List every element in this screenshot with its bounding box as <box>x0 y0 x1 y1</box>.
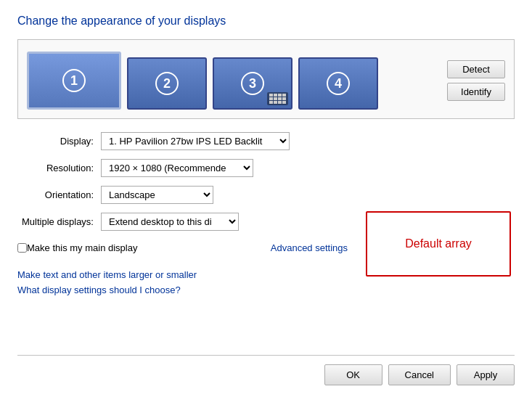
monitor-3[interactable]: 3 <box>213 57 292 110</box>
monitors-row: 1 2 3 4 <box>27 52 438 110</box>
resolution-label: Resolution: <box>17 163 101 173</box>
multiple-displays-label: Multiple displays: <box>17 216 101 227</box>
monitor-section: 1 2 3 4 Detect Identify <box>17 39 515 119</box>
resolution-select[interactable]: 1920 × 1080 (Recommended) 1680 × 1050 12… <box>101 159 253 177</box>
form-right: Default array <box>362 132 515 355</box>
display-settings-link[interactable]: What display settings should I choose? <box>17 285 348 295</box>
monitor-1-number: 1 <box>62 69 86 92</box>
page-title: Change the appearance of your displays <box>17 15 515 28</box>
detect-button[interactable]: Detect <box>447 60 505 78</box>
main-window: Change the appearance of your displays 1… <box>0 0 532 397</box>
advanced-settings-link[interactable]: Advanced settings <box>271 242 348 253</box>
display-select[interactable]: 1. HP Pavilion 27bw IPS LED Backlit Moni… <box>101 132 290 150</box>
cancel-button[interactable]: Cancel <box>388 364 451 385</box>
text-size-link[interactable]: Make text and other items larger or smal… <box>17 269 348 280</box>
default-array-box: Default array <box>366 211 511 277</box>
ok-button[interactable]: OK <box>324 364 382 385</box>
orientation-row: Orientation: Landscape Portrait Landscap… <box>17 186 348 204</box>
apply-button[interactable]: Apply <box>457 364 515 385</box>
monitor-2[interactable]: 2 <box>127 57 207 110</box>
links-section: Make text and other items larger or smal… <box>17 269 348 295</box>
orientation-select[interactable]: Landscape Portrait Landscape (flipped) P… <box>101 186 213 204</box>
multiple-displays-select[interactable]: Extend desktop to this display Duplicate… <box>101 213 239 231</box>
monitor-buttons: Detect Identify <box>447 60 505 101</box>
monitor-3-number: 3 <box>241 72 264 95</box>
monitor-4-number: 4 <box>327 72 350 95</box>
form-section: Display: 1. HP Pavilion 27bw IPS LED Bac… <box>17 132 515 355</box>
orientation-label: Orientation: <box>17 189 101 200</box>
multiple-displays-row: Multiple displays: Extend desktop to thi… <box>17 213 348 231</box>
monitor-2-number: 2 <box>155 72 179 95</box>
display-row: Display: 1. HP Pavilion 27bw IPS LED Bac… <box>17 132 348 150</box>
monitor-3-grid-icon <box>267 92 288 105</box>
display-label: Display: <box>17 136 101 147</box>
main-display-label[interactable]: Make this my main display <box>27 242 137 253</box>
main-display-checkbox[interactable] <box>17 243 27 253</box>
bottom-bar: OK Cancel Apply <box>17 355 515 385</box>
default-array-text: Default array <box>405 237 472 250</box>
identify-button[interactable]: Identify <box>447 83 505 101</box>
resolution-row: Resolution: 1920 × 1080 (Recommended) 16… <box>17 159 348 177</box>
monitor-4[interactable]: 4 <box>298 57 378 110</box>
form-left: Display: 1. HP Pavilion 27bw IPS LED Bac… <box>17 132 348 355</box>
monitor-1[interactable]: 1 <box>27 52 121 110</box>
main-display-row: Make this my main display Advanced setti… <box>17 242 348 253</box>
